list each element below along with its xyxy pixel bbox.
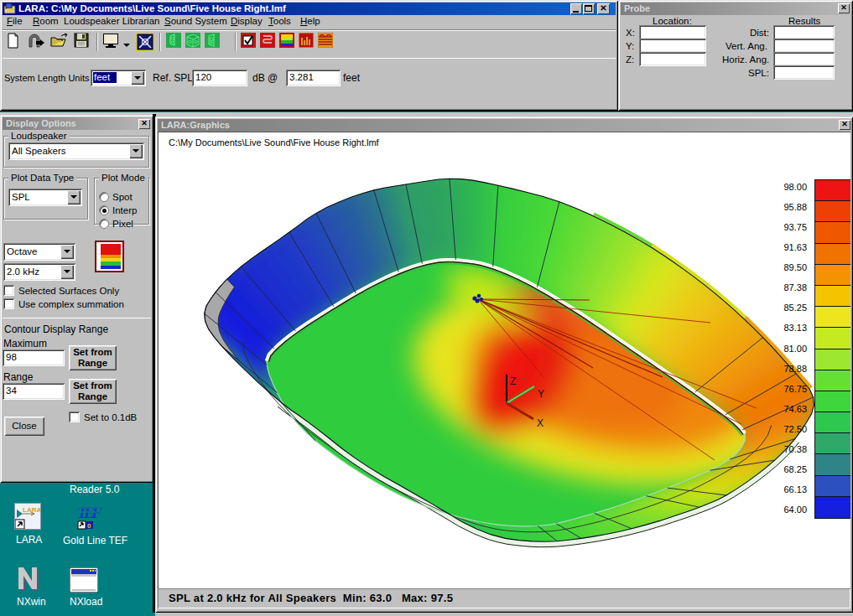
svg-text:Z: Z bbox=[510, 375, 516, 387]
svg-text:X: X bbox=[537, 417, 544, 429]
svg-text:0: 0 bbox=[87, 522, 91, 530]
svg-text:Y: Y bbox=[538, 388, 544, 400]
